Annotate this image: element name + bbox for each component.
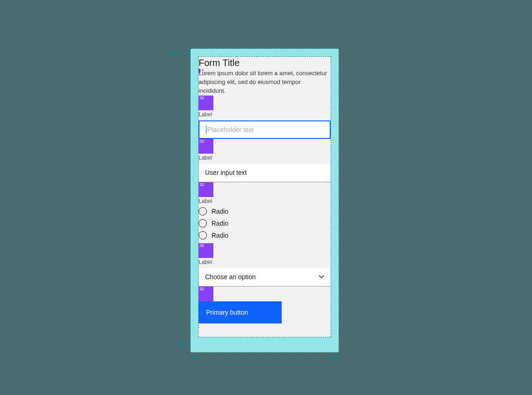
radio-label: Radio <box>212 208 229 215</box>
radio-option[interactable]: Radio <box>199 231 331 239</box>
spacing-token-value: 32 <box>200 139 204 144</box>
form-header: Form Title 4 Lorem ipsum dolor sit lorem… <box>199 57 331 96</box>
field-label: Label <box>199 198 331 204</box>
radio-icon <box>199 207 207 215</box>
spacing-token: 32 <box>199 182 213 197</box>
field-label: Label <box>199 259 331 265</box>
annotation-bottom-margin: 32/2 <box>178 342 187 348</box>
field-label: Label <box>199 155 331 161</box>
radio-label: Radio <box>212 220 229 227</box>
spacing-token: 32 <box>199 287 213 301</box>
field-label: Label <box>199 111 331 118</box>
dropdown-value: Choose an option <box>205 273 256 281</box>
bracket-bottom-right <box>332 353 339 356</box>
text-input[interactable]: Placeholder text <box>199 120 331 139</box>
spacing-token-value: 32 <box>200 243 204 248</box>
text-caret <box>206 126 206 134</box>
spacing-token: 32 <box>199 243 213 258</box>
bracket-bottom <box>187 338 190 352</box>
spacing-token-value: 32 <box>200 287 204 291</box>
chevron-down-icon <box>319 275 324 279</box>
primary-button[interactable]: Primary button <box>199 301 282 323</box>
bracket-top <box>187 49 190 56</box>
spacing-token: 32 <box>199 139 213 154</box>
mobile-frame: Form Title 4 Lorem ipsum dolor sit lorem… <box>190 48 339 353</box>
radio-label: Radio <box>212 232 229 239</box>
title-gap-marker: 4 <box>201 68 204 72</box>
form-container: Form Title 4 Lorem ipsum dolor sit lorem… <box>198 56 331 337</box>
dropdown[interactable]: Choose an option <box>199 268 331 287</box>
spacing-token-value: 32 <box>200 96 204 100</box>
button-label: Primary button <box>206 309 248 316</box>
input-value: User input text <box>205 169 247 176</box>
spacing-token-value: 32 <box>200 182 204 187</box>
radio-option[interactable]: Radio <box>199 219 331 227</box>
bracket-bottom-left <box>191 353 198 356</box>
title-gap-marker-chip <box>199 69 200 73</box>
radio-group: Radio Radio Radio <box>199 207 331 243</box>
input-placeholder: Placeholder text <box>207 126 254 133</box>
radio-icon <box>199 219 207 227</box>
spacing-token: 32 <box>199 96 213 110</box>
form-description: Lorem ipsum dolor sit lorem a amet, cons… <box>199 69 331 96</box>
radio-icon <box>199 231 207 239</box>
form-title: Form Title <box>199 58 331 68</box>
text-input[interactable]: User input text <box>199 164 331 182</box>
radio-option[interactable]: Radio <box>199 207 331 215</box>
